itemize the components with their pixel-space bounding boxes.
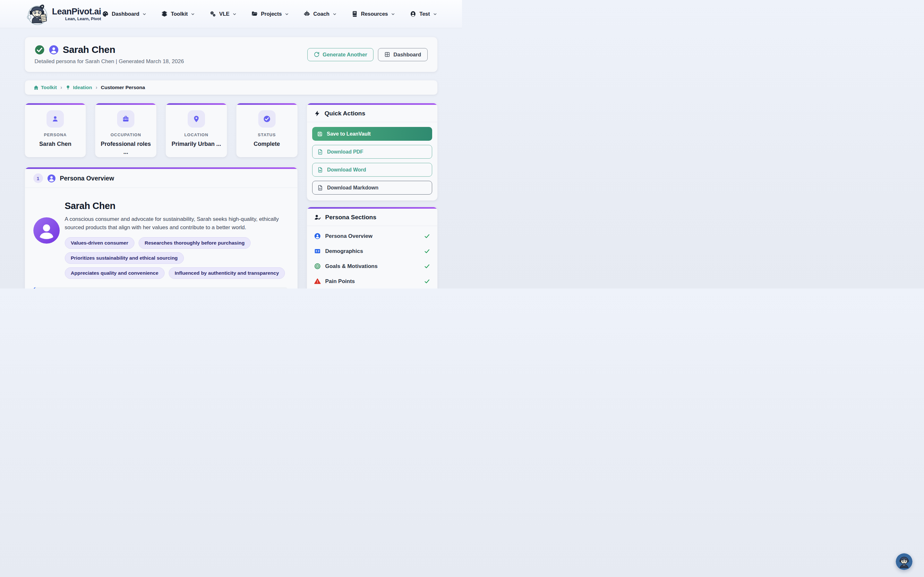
check-icon — [424, 278, 430, 285]
section-link-goals-motivations[interactable]: Goals & Motivations — [314, 259, 430, 274]
nav-item-projects[interactable]: Projects — [251, 11, 289, 17]
qa-button-label: Download Markdown — [327, 185, 379, 191]
section-link-label: Pain Points — [325, 278, 355, 285]
section-link-persona-overview[interactable]: Persona Overview — [314, 229, 430, 243]
page-subtitle: Detailed persona for Sarah Chen | Genera… — [35, 58, 184, 65]
qa-button-label: Download PDF — [327, 149, 363, 155]
save-icon — [317, 131, 323, 137]
trait-tags: Values-driven consumer Researches thorou… — [65, 237, 288, 279]
section-link-label: Demographics — [325, 248, 363, 255]
persona-sections-panel: Persona Sections Persona Overview — [307, 207, 438, 288]
grid-icon — [384, 52, 390, 57]
persona-name: Sarah Chen — [65, 201, 288, 211]
nav-item-dashboard[interactable]: Dashboard — [102, 11, 146, 17]
chevron-down-icon — [191, 12, 195, 16]
breadcrumb-label: Ideation — [73, 85, 92, 90]
section-link-pain-points[interactable]: Pain Points — [314, 274, 430, 288]
nav-item-label: VLE — [219, 11, 229, 17]
download-markdown-button[interactable]: Download Markdown — [312, 181, 432, 195]
download-pdf-button[interactable]: Download PDF — [312, 145, 432, 159]
chevron-down-icon — [433, 12, 437, 16]
alert-triangle-icon — [314, 278, 321, 285]
stat-card-occupation: OCCUPATION Professional roles ... — [95, 103, 157, 157]
nav-item-label: Dashboard — [111, 11, 139, 17]
persona-overview-section: 1 Persona Overview — [25, 167, 298, 288]
nav-menu: Dashboard Toolkit VLE Projects — [102, 11, 437, 17]
generate-another-button[interactable]: Generate Another — [307, 48, 374, 61]
persona-description: A conscious consumer and advocate for su… — [65, 215, 288, 232]
breadcrumb-toolkit[interactable]: Toolkit — [33, 85, 57, 90]
stat-cards: PERSONA Sarah Chen OCCUPATION Profession… — [25, 103, 298, 157]
check-icon — [424, 263, 430, 269]
breadcrumb-current: Customer Persona — [101, 85, 145, 90]
persona-avatar — [33, 218, 60, 243]
generate-another-label: Generate Another — [323, 52, 367, 58]
nav-item-label: Toolkit — [171, 11, 188, 17]
brand-tagline: Lean, Learn, Pivot — [52, 16, 101, 21]
section-link-label: Persona Overview — [325, 233, 373, 239]
brand-logo[interactable]: LEAN STARTUP CANVAS LeanPivot.ai Lean, L… — [26, 2, 101, 26]
persona-user-icon — [49, 45, 59, 55]
breadcrumb-label: Toolkit — [41, 85, 57, 90]
trait-tag: Researches thoroughly before purchasing — [139, 237, 251, 249]
page-content: Sarah Chen Detailed persona for Sarah Ch… — [25, 37, 438, 288]
book-icon — [351, 11, 358, 17]
check-icon — [424, 233, 430, 239]
user-icon — [410, 11, 417, 17]
qa-button-label: Download Word — [327, 167, 366, 173]
trait-tag: Prioritizes sustainability and ethical s… — [65, 252, 184, 264]
lightning-icon — [314, 110, 320, 117]
save-to-leanvault-button[interactable]: Save to LeanVault — [312, 127, 432, 141]
breadcrumb-separator: › — [95, 85, 97, 90]
trait-tag: Values-driven consumer — [65, 237, 134, 249]
section-title: Persona Overview — [60, 175, 114, 182]
stat-label: LOCATION — [184, 132, 208, 137]
stat-value-text: Professional roles — [101, 140, 151, 148]
chevron-down-icon — [285, 12, 289, 16]
trait-tag: Influenced by authenticity and transpare… — [169, 268, 285, 279]
file-code-icon — [317, 185, 323, 191]
user-circle-icon — [314, 233, 321, 239]
quick-actions-panel: Quick Actions Save to LeanVault Do — [307, 103, 438, 201]
quick-actions-title: Quick Actions — [325, 110, 365, 117]
map-pin-icon — [188, 110, 205, 127]
dashboard-button[interactable]: Dashboard — [378, 48, 427, 61]
section-number-badge: 1 — [33, 173, 43, 183]
refresh-icon — [314, 52, 320, 57]
stat-label: PERSONA — [44, 132, 67, 137]
nav-item-label: Projects — [261, 11, 282, 17]
qa-button-label: Save to LeanVault — [327, 131, 371, 137]
download-word-button[interactable]: Download Word — [312, 163, 432, 177]
folder-open-icon — [251, 11, 258, 17]
layers-icon — [161, 11, 168, 17]
nav-item-test[interactable]: Test — [410, 11, 437, 17]
section-link-demographics[interactable]: Demographics — [314, 243, 430, 259]
user-circle-icon — [47, 174, 56, 183]
stat-label: OCCUPATION — [110, 132, 141, 137]
stat-card-location: LOCATION Primarily Urban ... — [166, 103, 227, 157]
home-icon — [33, 85, 39, 90]
stat-label: STATUS — [258, 132, 276, 137]
breadcrumb-separator: › — [60, 85, 62, 90]
robot-icon — [304, 11, 310, 17]
nav-item-label: Test — [419, 11, 430, 17]
nav-item-toolkit[interactable]: Toolkit — [161, 11, 195, 17]
user-icon — [47, 110, 64, 127]
stat-value: Primarily Urban ... — [172, 140, 221, 148]
persona-quote-block: ““ ""I want my coffee to be more than ju… — [33, 287, 288, 288]
nav-item-coach[interactable]: Coach — [304, 11, 336, 17]
breadcrumb-ideation[interactable]: Ideation — [65, 85, 92, 90]
target-icon — [314, 263, 321, 269]
nav-item-vle[interactable]: VLE — [210, 11, 236, 17]
file-word-icon — [317, 167, 323, 173]
briefcase-icon — [117, 110, 134, 127]
trait-tag: Appreciates quality and convenience — [65, 268, 165, 279]
breadcrumb: Toolkit › Ideation › Customer Persona — [25, 80, 438, 95]
mascot-logo-icon: LEAN STARTUP CANVAS — [26, 2, 49, 26]
nav-item-resources[interactable]: Resources — [351, 11, 395, 17]
dashboard-icon — [102, 11, 109, 17]
section-link-label: Goals & Motivations — [325, 263, 378, 269]
top-navigation: LEAN STARTUP CANVAS LeanPivot.ai Lean, L… — [0, 0, 462, 28]
file-pdf-icon — [317, 149, 323, 155]
check-icon — [424, 248, 430, 255]
